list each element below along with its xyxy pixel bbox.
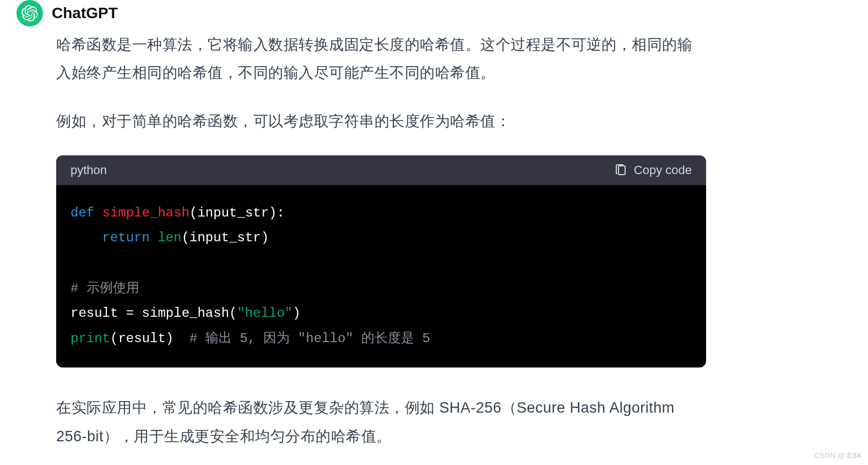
code-token: "hello" [237, 306, 292, 321]
code-language-label: python [70, 163, 107, 177]
code-token: len [158, 230, 181, 245]
code-token: simple_hash [102, 206, 189, 220]
code-token [70, 230, 102, 245]
assistant-message: ChatGPT 哈希函数是一种算法，它将输入数据转换成固定长度的哈希值。这个过程… [0, 0, 868, 451]
copy-code-button[interactable]: Copy code [614, 163, 692, 177]
code-token: # 示例使用 [70, 281, 139, 296]
code-token: ) [292, 306, 300, 321]
message-header: ChatGPT [17, 0, 868, 26]
code-token: result = simple_hash( [70, 306, 237, 321]
code-block: python Copy code def simple_hash(input_s… [56, 155, 706, 368]
clipboard-icon [614, 164, 627, 177]
code-token: (result) [110, 331, 189, 346]
paragraph-3: 在实际应用中，常见的哈希函数涉及更复杂的算法，例如 SHA-256（Secure… [56, 394, 706, 451]
code-token: return [102, 230, 150, 245]
code-token: print [70, 331, 110, 346]
code-token: # 输出 5, 因为 "hello" 的长度是 5 [189, 331, 430, 346]
code-token: (input_str): [189, 206, 285, 220]
code-token: (input_str) [182, 230, 269, 245]
code-header: python Copy code [56, 155, 706, 185]
svg-rect-0 [619, 166, 625, 175]
message-body: 哈希函数是一种算法，它将输入数据转换成固定长度的哈希值。这个过程是不可逆的，相同… [56, 31, 706, 451]
code-token: def [70, 206, 94, 220]
copy-code-label: Copy code [634, 163, 692, 177]
chatgpt-avatar [17, 0, 43, 26]
sender-name: ChatGPT [52, 4, 118, 22]
paragraph-1: 哈希函数是一种算法，它将输入数据转换成固定长度的哈希值。这个过程是不可逆的，相同… [56, 31, 706, 88]
openai-logo-icon [21, 5, 38, 21]
paragraph-2: 例如，对于简单的哈希函数，可以考虑取字符串的长度作为哈希值： [56, 107, 706, 136]
code-content: def simple_hash(input_str): return len(i… [56, 185, 706, 368]
watermark: CSDN @老$¥ [814, 451, 861, 461]
